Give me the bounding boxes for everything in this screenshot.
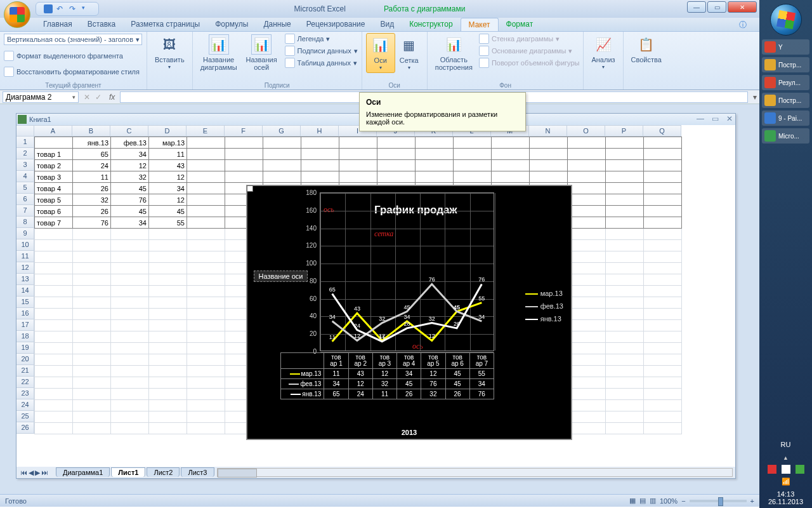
- col-header[interactable]: B: [72, 125, 110, 137]
- enter-icon[interactable]: ✓: [95, 93, 102, 102]
- row-header[interactable]: 5: [16, 182, 34, 194]
- row-header[interactable]: 1: [16, 137, 34, 148]
- row-header[interactable]: 10: [16, 239, 34, 251]
- system-tray[interactable]: RU ▲ 📶 14:13 26.11.2013: [759, 441, 812, 505]
- axes-button[interactable]: 📊Оси▾: [366, 33, 395, 73]
- row-header[interactable]: 24: [16, 399, 34, 411]
- reset-style-button[interactable]: Восстановить форматирование стиля: [16, 68, 140, 76]
- axis-titles-button[interactable]: 📊Названия осей: [242, 33, 281, 72]
- chart-title-button[interactable]: 📊Название диаграммы: [197, 33, 241, 72]
- row-header[interactable]: 21: [16, 365, 34, 377]
- row-header[interactable]: 14: [16, 285, 34, 297]
- sheet-tab[interactable]: Лист2: [147, 467, 180, 477]
- row-header[interactable]: 7: [16, 205, 34, 217]
- close-button[interactable]: ✕: [728, 1, 757, 13]
- zoom-in-button[interactable]: +: [750, 497, 754, 505]
- fx-icon[interactable]: fx: [109, 93, 115, 102]
- sheet-tab[interactable]: Лист1: [111, 467, 145, 477]
- row-header[interactable]: 26: [16, 422, 34, 434]
- legend-button[interactable]: Легенда: [298, 35, 324, 43]
- row-header[interactable]: 18: [16, 331, 34, 342]
- sheet-tab[interactable]: Диаграмма1: [56, 467, 110, 477]
- worksheet-grid[interactable]: ABCDEFGHIJKLMNOPQ 1234567891011121314151…: [16, 125, 735, 468]
- properties-button[interactable]: 📋Свойства: [627, 33, 665, 65]
- tab-data[interactable]: Данные: [256, 18, 298, 31]
- tab-formulas[interactable]: Формулы: [207, 18, 256, 31]
- undo-icon[interactable]: ↶: [56, 4, 65, 13]
- select-all-button[interactable]: [16, 125, 34, 137]
- power-icon[interactable]: [796, 465, 804, 474]
- start-button[interactable]: [770, 4, 802, 36]
- col-header[interactable]: C: [110, 125, 148, 137]
- data-table-button[interactable]: Таблица данных: [298, 59, 351, 67]
- row-header[interactable]: 25: [16, 411, 34, 422]
- row-header[interactable]: 2: [16, 148, 34, 159]
- plot-area-button[interactable]: 📊Область построения: [431, 33, 476, 72]
- col-header[interactable]: G: [263, 125, 301, 137]
- zoom-value[interactable]: 100%: [660, 497, 678, 505]
- row-header[interactable]: 12: [16, 262, 34, 274]
- tab-format[interactable]: Формат: [499, 18, 541, 31]
- tab-home[interactable]: Главная: [36, 18, 80, 31]
- tab-view[interactable]: Вид: [372, 18, 402, 31]
- clock-time[interactable]: 14:13: [759, 490, 812, 498]
- save-icon[interactable]: [44, 4, 53, 13]
- next-sheet-button[interactable]: ▶: [35, 469, 40, 477]
- office-button[interactable]: [4, 1, 30, 28]
- wb-maximize-button[interactable]: ▭: [712, 114, 719, 123]
- prev-sheet-button[interactable]: ◀: [29, 469, 34, 477]
- chart-object[interactable]: График продаж Название оси ось сетка ось…: [247, 185, 572, 439]
- minimize-button[interactable]: —: [687, 1, 706, 13]
- wb-close-button[interactable]: ✕: [726, 114, 733, 123]
- row-header[interactable]: 20: [16, 354, 34, 365]
- last-sheet-button[interactable]: ⏭: [41, 469, 48, 477]
- wb-minimize-button[interactable]: —: [697, 114, 704, 123]
- row-header[interactable]: 8: [16, 217, 34, 228]
- sheet-tab[interactable]: Лист3: [181, 467, 214, 477]
- row-header[interactable]: 3: [16, 159, 34, 171]
- gridlines-button[interactable]: ▦Сетка▾: [395, 33, 423, 73]
- row-header[interactable]: 4: [16, 171, 34, 182]
- quick-access-toolbar[interactable]: ↶ ↷ ▾: [36, 2, 99, 16]
- insert-button[interactable]: 🖼Вставить▾: [151, 33, 188, 72]
- name-box[interactable]: Диаграмма 2: [3, 91, 79, 103]
- row-header[interactable]: 11: [16, 251, 34, 262]
- taskbar-item[interactable]: Резул...: [762, 75, 809, 90]
- row-header[interactable]: 16: [16, 308, 34, 319]
- col-header[interactable]: E: [187, 125, 225, 137]
- tab-review[interactable]: Рецензирование: [299, 18, 373, 31]
- row-header[interactable]: 22: [16, 377, 34, 388]
- chart-element-combo[interactable]: Вертикальная ось (значений) - заголов: [4, 34, 142, 45]
- view-pagebreak-icon[interactable]: ▥: [650, 497, 656, 505]
- cancel-icon[interactable]: ✕: [84, 93, 90, 102]
- col-header[interactable]: N: [529, 125, 567, 137]
- row-header[interactable]: 19: [16, 342, 34, 354]
- taskbar-item[interactable]: 9 - Pai...: [762, 110, 809, 126]
- analysis-button[interactable]: 📈Анализ▾: [587, 33, 619, 72]
- taskbar-item[interactable]: Micro...: [762, 128, 809, 144]
- data-labels-button[interactable]: Подписи данных: [298, 47, 351, 55]
- view-layout-icon[interactable]: ▤: [639, 497, 646, 505]
- x-axis-title[interactable]: 2013: [247, 429, 571, 436]
- format-selection-button[interactable]: Формат выделенного фрагмента: [16, 52, 123, 60]
- tab-design[interactable]: Конструктор: [402, 18, 460, 31]
- first-sheet-button[interactable]: ⏮: [20, 469, 27, 477]
- row-header[interactable]: 23: [16, 388, 34, 399]
- horizontal-scrollbar[interactable]: [217, 468, 733, 477]
- row-header[interactable]: 17: [16, 319, 34, 331]
- axis-title-placeholder[interactable]: Название оси: [254, 271, 308, 282]
- zoom-slider[interactable]: [690, 500, 747, 502]
- network-icon[interactable]: 📶: [782, 478, 790, 486]
- plot-area[interactable]: 020406080100120140160180 114312341245553…: [320, 192, 494, 351]
- col-header[interactable]: P: [605, 125, 643, 137]
- col-header[interactable]: O: [567, 125, 605, 137]
- taskbar-item[interactable]: Y: [762, 39, 809, 55]
- row-header[interactable]: 15: [16, 297, 34, 308]
- row-header[interactable]: 9: [16, 228, 34, 239]
- col-header[interactable]: A: [34, 125, 72, 137]
- chart-legend[interactable]: мар.13фев.13янв.13: [525, 288, 563, 325]
- language-indicator[interactable]: RU: [759, 441, 812, 448]
- col-header[interactable]: Q: [643, 125, 681, 137]
- row-header[interactable]: 13: [16, 274, 34, 285]
- expand-fbar-icon[interactable]: ▾: [750, 93, 759, 102]
